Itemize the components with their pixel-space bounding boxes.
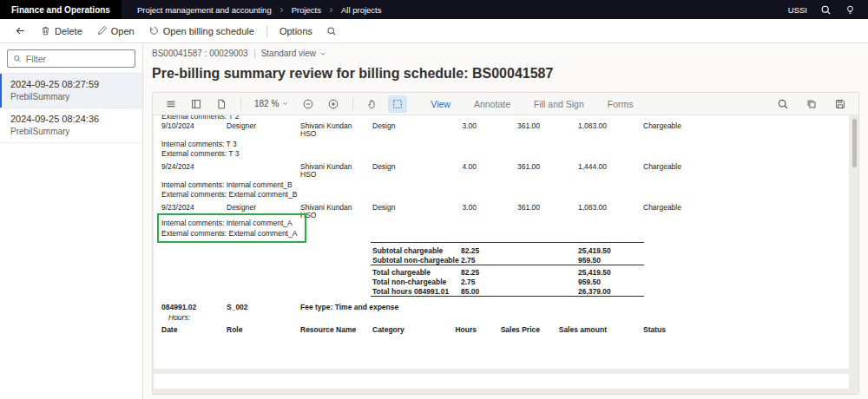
divider <box>266 25 267 37</box>
cell-category: Design <box>372 121 395 130</box>
total-hours: 2.75 <box>461 278 476 286</box>
column-header: Date <box>161 325 177 334</box>
breadcrumb-area[interactable]: Projects <box>292 5 321 15</box>
hand-tool-icon[interactable] <box>363 95 382 113</box>
chevron-right-icon <box>278 6 286 14</box>
list-item[interactable]: 2024-09-25 08:24:36 PrebilSummary <box>0 108 142 143</box>
cell-sales-amount: 1,444.00 <box>551 162 607 171</box>
line-code: S_002 <box>227 303 248 311</box>
options-button[interactable]: Options <box>273 23 319 39</box>
tab-fill-and-sign[interactable]: Fill and Sign <box>534 99 584 109</box>
page-title: Pre-billing summary review for billing s… <box>152 66 859 82</box>
total-hours: 85.00 <box>461 287 479 296</box>
pencil-icon <box>96 25 108 36</box>
total-amount: 959.50 <box>578 256 601 265</box>
cell-sales-amount: 1,083.00 <box>551 121 607 130</box>
total-label: Total hours 084991.01 <box>372 287 449 296</box>
filter-box <box>7 49 135 68</box>
total-hours: 2.75 <box>461 256 476 265</box>
rule <box>371 265 644 265</box>
total-label: Subtotal non-chargeable <box>372 256 459 265</box>
top-navigation-bar: Finance and Operations Project managemen… <box>0 0 868 19</box>
breadcrumb-module[interactable]: Project management and accounting <box>137 5 272 15</box>
tab-annotate[interactable]: Annotate <box>474 99 510 109</box>
zoom-in-icon[interactable] <box>324 95 343 113</box>
copy-icon[interactable] <box>802 95 821 113</box>
pdf-next-page <box>154 374 849 389</box>
internal-comment: Internal comments: T 3 <box>161 140 237 148</box>
hours-label: Hours: <box>168 313 190 322</box>
cell-date: 9/10/2024 <box>161 121 194 130</box>
total-amount: 959.50 <box>578 278 601 286</box>
list-item[interactable]: 2024-09-25 08:27:59 PrebilSummary <box>0 74 142 108</box>
rule <box>371 242 644 243</box>
cell-hours: 3.00 <box>431 121 477 130</box>
cell-category: Design <box>372 162 395 171</box>
filter-input[interactable] <box>26 54 129 64</box>
cell-date: 9/23/2024 <box>161 203 194 212</box>
item-timestamp: 2024-09-25 08:24:36 <box>10 114 134 124</box>
chevron-down-icon <box>281 100 289 108</box>
fee-type: Fee type: Time and expense <box>300 303 398 311</box>
breadcrumb-page[interactable]: All projects <box>341 5 381 15</box>
trash-icon <box>40 25 51 36</box>
delete-button[interactable]: Delete <box>34 23 89 39</box>
tab-forms[interactable]: Forms <box>608 99 634 109</box>
tab-view[interactable]: View <box>431 99 450 109</box>
view-selector[interactable]: Standard view <box>261 49 327 58</box>
action-pane: Delete Open Open billing schedule Option… <box>0 19 868 43</box>
item-name: PrebilSummary <box>10 127 134 136</box>
open-button[interactable]: Open <box>90 23 141 39</box>
options-label: Options <box>279 26 312 36</box>
pdf-viewer: 182 % View Annotate Fill and Sign Forms <box>152 92 859 395</box>
delete-label: Delete <box>55 26 82 36</box>
external-comment: External comments: T 3 <box>161 149 239 158</box>
search-icon[interactable] <box>820 4 832 16</box>
divider <box>254 49 255 58</box>
total-amount: 26,379.00 <box>578 287 611 296</box>
search-icon[interactable] <box>773 95 792 113</box>
lightbulb-icon[interactable] <box>845 4 856 16</box>
pdf-mode-tabs: View Annotate Fill and Sign Forms <box>431 99 633 109</box>
marquee-select-icon[interactable] <box>388 95 407 113</box>
zoom-level: 182 % <box>254 99 279 108</box>
cell-status: Chargeable <box>643 121 681 130</box>
external-comment: External comments: External comment_A <box>161 229 297 238</box>
summary-list-panel: 2024-09-25 08:27:59 PrebilSummary 2024-0… <box>0 43 143 399</box>
total-amount: 25,419.50 <box>578 268 611 277</box>
total-label: Subtotal chargeable <box>372 246 443 255</box>
menu-icon[interactable] <box>161 95 181 113</box>
cell-role: Designer <box>227 203 256 212</box>
column-header: Hours <box>431 325 477 334</box>
open-billing-schedule-button[interactable]: Open billing schedule <box>142 23 260 39</box>
cell-role: Designer <box>227 121 256 130</box>
pdf-scrollbar[interactable] <box>852 119 857 167</box>
breadcrumb: Project management and accounting Projec… <box>137 5 382 15</box>
column-header: Sales Price <box>495 325 540 334</box>
cell-sales-price: 361.00 <box>495 162 540 171</box>
open-schedule-icon <box>148 25 160 36</box>
cell-category: Design <box>372 203 395 212</box>
total-amount: 25,419.50 <box>578 246 611 255</box>
internal-comment: Internal comments: Internal comment_B <box>161 180 293 189</box>
thumbnails-icon[interactable] <box>187 95 206 113</box>
company-picker[interactable]: USSI <box>788 5 807 15</box>
document-icon[interactable] <box>212 95 231 113</box>
save-icon[interactable] <box>831 95 850 113</box>
divider <box>240 97 241 110</box>
zoom-level-dropdown[interactable]: 182 % <box>254 99 289 108</box>
project-number: 084991.02 <box>161 303 196 311</box>
zoom-out-icon[interactable] <box>299 95 318 113</box>
search-icon <box>326 26 337 36</box>
view-selector-label: Standard view <box>261 49 316 58</box>
app-name[interactable]: Finance and Operations <box>0 0 122 19</box>
action-search-button[interactable] <box>320 23 343 39</box>
rule <box>371 296 644 297</box>
back-button[interactable] <box>9 23 32 39</box>
internal-comment: Internal comments: Internal comment_A <box>161 219 293 227</box>
cell-resource: HSO <box>300 129 316 138</box>
total-hours: 82.25 <box>461 246 479 255</box>
open-label: Open <box>111 26 135 36</box>
app-window: Finance and Operations Project managemen… <box>0 0 868 399</box>
cell-date: 9/24/2024 <box>161 162 194 171</box>
